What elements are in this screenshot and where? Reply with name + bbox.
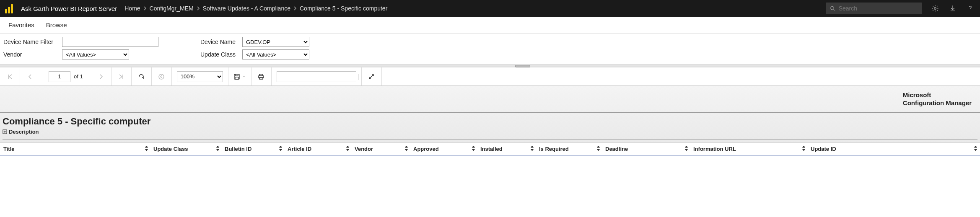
svg-rect-9 — [259, 78, 263, 79]
powerbi-logo — [5, 3, 15, 13]
sort-icon[interactable] — [216, 146, 220, 152]
tab-favorites[interactable]: Favorites — [8, 21, 34, 28]
sort-icon[interactable] — [404, 146, 408, 152]
chevron-right-icon — [143, 5, 147, 12]
col-header-vendor[interactable]: Vendor — [352, 142, 411, 155]
report-toolbar: of 1 100% | — [0, 67, 980, 86]
param-label-update-class: Update Class — [200, 51, 242, 58]
zoom-select[interactable]: 100% — [177, 71, 223, 82]
sort-icon[interactable] — [472, 146, 475, 152]
vendor-select[interactable]: <All Values> — [62, 49, 129, 59]
page-of-label: of 1 — [74, 73, 83, 80]
sort-icon[interactable] — [346, 146, 350, 152]
splitter-handle-icon[interactable] — [515, 65, 530, 67]
download-button[interactable] — [948, 4, 957, 13]
svg-point-2 — [934, 8, 936, 10]
param-label-device-filter: Device Name Filter — [3, 39, 62, 45]
breadcrumb-folder-2[interactable]: Software Updates - A Compliance — [203, 5, 290, 12]
report-body: Microsoft Configuration Manager Complian… — [0, 86, 980, 155]
sort-icon[interactable] — [530, 146, 534, 152]
download-icon — [949, 5, 957, 12]
device-name-select[interactable]: GDEV.OP — [242, 37, 309, 47]
col-header-update-class[interactable]: Update Class — [151, 142, 222, 155]
col-header-approved[interactable]: Approved — [411, 142, 478, 155]
param-label-vendor: Vendor — [3, 51, 62, 58]
col-header-update-id[interactable]: Update ID — [808, 142, 980, 155]
col-header-article-id[interactable]: Article ID — [285, 142, 352, 155]
search-box[interactable] — [826, 3, 922, 14]
parameters-panel: Device Name Filter Device Name GDEV.OP V… — [0, 34, 980, 65]
description-expander[interactable]: Description — [3, 129, 977, 135]
tab-browse[interactable]: Browse — [46, 21, 67, 28]
sort-icon[interactable] — [802, 146, 806, 152]
svg-point-3 — [159, 74, 164, 79]
export-button[interactable] — [228, 67, 251, 85]
svg-rect-6 — [235, 77, 239, 79]
search-input[interactable] — [839, 5, 918, 12]
report-title-band: Compliance 5 - Specific computer Descrip… — [0, 113, 980, 142]
print-button[interactable] — [251, 67, 272, 85]
breadcrumb-home[interactable]: Home — [124, 5, 140, 12]
sort-icon[interactable] — [596, 146, 600, 152]
find-box: | — [277, 71, 356, 82]
breadcrumb: Home ConfigMgr_MEM Software Updates - A … — [124, 5, 826, 12]
refresh-icon — [138, 73, 145, 80]
help-icon — [967, 5, 974, 12]
col-header-bulletin-id[interactable]: Bulletin ID — [222, 142, 285, 155]
device-name-filter-input[interactable] — [62, 37, 158, 47]
save-icon — [233, 73, 240, 80]
nav-tabs: Favorites Browse — [0, 17, 980, 34]
chevron-down-icon — [243, 75, 246, 78]
back-button[interactable] — [152, 67, 172, 85]
col-header-information-url[interactable]: Information URL — [691, 142, 808, 155]
description-label: Description — [9, 129, 39, 135]
col-header-is-required[interactable]: Is Required — [537, 142, 603, 155]
server-name: Ask Garth Power BI Report Server — [21, 5, 117, 12]
last-page-button[interactable] — [111, 67, 132, 85]
print-icon — [258, 73, 264, 80]
expand-plus-icon — [3, 129, 7, 134]
last-page-icon — [118, 73, 124, 80]
find-input[interactable] — [280, 73, 351, 80]
breadcrumb-current: Compliance 5 - Specific computer — [300, 5, 387, 12]
expand-icon — [368, 73, 375, 80]
col-header-installed[interactable]: Installed — [478, 142, 537, 155]
brand-line2: Configuration Manager — [903, 99, 972, 107]
col-header-deadline[interactable]: Deadline — [603, 142, 691, 155]
breadcrumb-folder-1[interactable]: ConfigMgr_MEM — [150, 5, 194, 12]
sort-icon[interactable] — [684, 146, 688, 152]
gear-icon — [931, 5, 939, 12]
top-header: Ask Garth Power BI Report Server Home Co… — [0, 0, 980, 17]
svg-point-0 — [831, 6, 834, 10]
fullscreen-button[interactable] — [362, 67, 382, 85]
search-icon — [830, 5, 835, 11]
refresh-button[interactable] — [132, 67, 152, 85]
update-class-select[interactable]: <All Values> — [242, 49, 309, 59]
brand-text: Microsoft Configuration Manager — [903, 91, 972, 107]
report-title: Compliance 5 - Specific computer — [3, 116, 977, 127]
sort-icon[interactable] — [279, 146, 283, 152]
prev-page-button[interactable] — [20, 67, 40, 85]
svg-rect-5 — [236, 74, 238, 76]
report-brand-band: Microsoft Configuration Manager — [0, 86, 980, 113]
sort-icon[interactable] — [974, 146, 977, 152]
sort-icon[interactable] — [145, 146, 148, 152]
find-separator: | — [358, 73, 359, 80]
grid-header-row: Title Update Class Bulletin ID Article I… — [0, 142, 980, 155]
brand-line1: Microsoft — [903, 91, 972, 99]
next-page-button[interactable] — [91, 67, 111, 85]
param-label-device-name: Device Name — [200, 39, 242, 45]
col-header-title[interactable]: Title — [0, 142, 151, 155]
chevron-left-icon — [27, 73, 34, 80]
chevron-right-icon — [98, 73, 104, 80]
first-page-icon — [7, 73, 13, 80]
header-right — [826, 3, 975, 14]
settings-button[interactable] — [931, 4, 940, 13]
parameters-splitter[interactable] — [0, 65, 980, 67]
help-button[interactable] — [966, 4, 975, 13]
svg-line-1 — [834, 9, 835, 10]
chevron-right-icon — [293, 5, 297, 12]
first-page-button[interactable] — [0, 67, 20, 85]
page-number-input[interactable] — [49, 71, 70, 82]
chevron-right-icon — [196, 5, 200, 12]
